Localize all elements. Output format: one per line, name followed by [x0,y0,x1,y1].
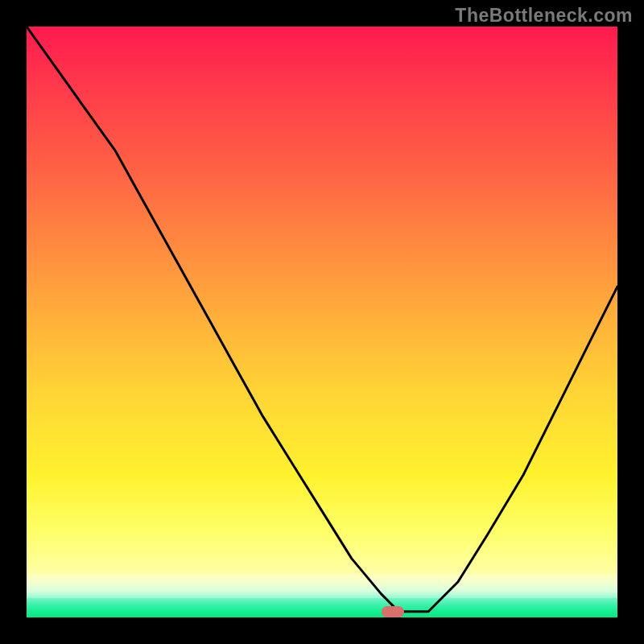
bottleneck-curve [27,27,617,617]
plot-area [27,27,617,617]
chart-frame: TheBottleneck.com [0,0,644,644]
optimal-point-marker [382,606,404,617]
watermark-text: TheBottleneck.com [455,5,633,27]
